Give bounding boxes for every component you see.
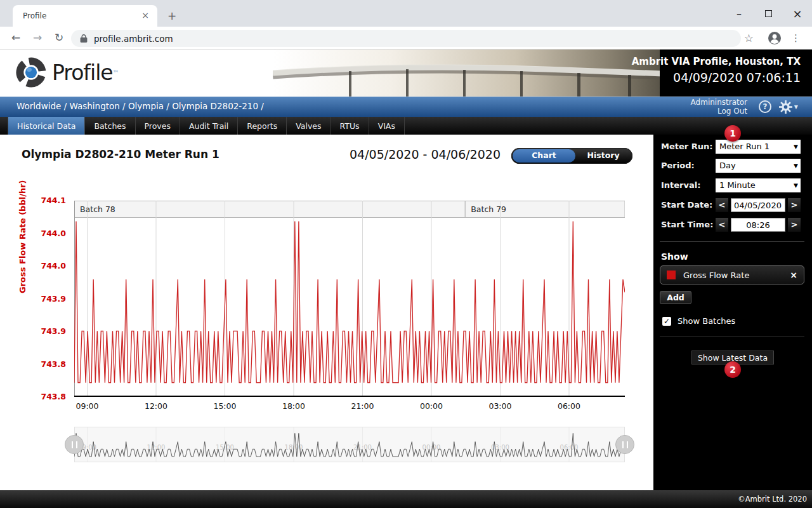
batch-label: Batch 78 — [80, 204, 115, 214]
period-label: Period: — [661, 161, 695, 170]
y-axis-title: Gross Flow Rate (bbl/hr) — [18, 180, 27, 293]
divider — [660, 241, 804, 242]
show-heading: Show — [661, 251, 688, 262]
meter-run-label: Meter Run: — [661, 142, 712, 151]
reload-button[interactable]: ↻ — [51, 30, 67, 46]
tab-rtus[interactable]: RTUs — [331, 117, 369, 135]
browser-tab-title: Profile — [23, 11, 140, 20]
start-time-input[interactable] — [731, 218, 785, 232]
gear-icon — [779, 100, 792, 114]
x-tick-label: 00:00 — [416, 401, 447, 411]
start-date-next-button[interactable]: > — [788, 198, 801, 212]
x-tick-label: 06:00 — [553, 401, 585, 411]
series-color-swatch — [667, 271, 676, 279]
logo-trademark: ™ — [113, 69, 119, 76]
minimize-button[interactable]: – — [724, 0, 754, 27]
y-tick-label: 743.8 — [37, 359, 66, 369]
tab-valves[interactable]: Valves — [287, 117, 331, 135]
logout-link[interactable]: Log Out — [691, 107, 747, 116]
tab-audit-trail[interactable]: Audit Trail — [180, 117, 238, 135]
page-title: Olympia D2802-210 Meter Run 1 — [22, 148, 219, 161]
browser-tab[interactable]: Profile × — [13, 5, 157, 27]
tab-vias[interactable]: VIAs — [369, 117, 405, 135]
gear-caret-icon: ▼ — [794, 104, 798, 110]
chevron-down-icon: ▼ — [794, 140, 798, 154]
tab-proves[interactable]: Proves — [136, 117, 180, 135]
tab-batches[interactable]: Batches — [85, 117, 135, 135]
footer-bar: ©Ambrit Ltd. 2020 — [0, 490, 812, 508]
tab-historical-data[interactable]: Historical Data — [8, 117, 85, 135]
remove-series-icon[interactable]: × — [790, 270, 797, 280]
section-tabs: Historical DataBatchesProvesAudit TrailR… — [0, 117, 812, 135]
add-series-button[interactable]: Add — [660, 291, 691, 304]
checkbox-checked-icon[interactable]: ✓ — [662, 317, 671, 326]
breadcrumb-bar: Worldwide / Washington / Olympia / Olymp… — [0, 97, 812, 117]
y-tick-label: 744.0 — [37, 261, 66, 271]
start-date-prev-button[interactable]: < — [716, 198, 728, 212]
y-tick-label: 744.0 — [37, 229, 66, 238]
browser-menu-icon[interactable]: ⋮ — [791, 30, 801, 46]
meter-run-select[interactable]: Meter Run 1 ▼ — [716, 140, 801, 154]
chart-history-toggle: Chart History — [511, 148, 632, 164]
period-select[interactable]: Day ▼ — [716, 159, 801, 173]
chevron-down-icon: ▼ — [794, 178, 798, 192]
bookmark-star-icon[interactable]: ☆ — [744, 30, 754, 46]
batch-label: Batch 79 — [471, 204, 506, 214]
navigator-left-handle[interactable] — [65, 435, 84, 454]
x-tick-label: 15:00 — [209, 401, 240, 411]
start-time-next-button[interactable]: > — [788, 218, 801, 232]
start-date-label: Start Date: — [661, 200, 712, 210]
forward-button[interactable]: → — [29, 30, 46, 46]
help-icon[interactable]: ? — [759, 100, 771, 113]
breadcrumb[interactable]: Worldwide / Washington / Olympia / Olymp… — [16, 101, 264, 111]
show-batches-checkbox-row[interactable]: ✓ Show Batches — [662, 316, 735, 326]
browser-window: Profile × + – × ← → ↻ profile.ambrit.com… — [0, 0, 812, 508]
profile-avatar-icon[interactable] — [768, 30, 782, 46]
chart-plot-area: Batch 78Batch 79 — [74, 201, 625, 397]
y-tick-label: 744.1 — [37, 196, 66, 205]
maximize-button[interactable] — [754, 0, 783, 27]
x-tick-label: 21:00 — [346, 401, 378, 411]
legend-label: Gross Flow Rate — [683, 271, 790, 280]
start-time-label: Start Time: — [661, 220, 713, 229]
back-button[interactable]: ← — [8, 30, 24, 46]
new-tab-button[interactable]: + — [165, 10, 179, 23]
toggle-chart[interactable]: Chart — [513, 148, 575, 164]
toggle-history[interactable]: History — [575, 148, 631, 164]
chart-navigator: 09:0012:0015:0018:0021:0000:0003:0006:00 — [74, 427, 625, 462]
app-header: Profile™ Ambrit VIA Profile, Houston, TX… — [0, 50, 812, 97]
navigator-right-handle[interactable] — [615, 435, 634, 454]
interval-select[interactable]: 1 Minute ▼ — [716, 178, 801, 192]
username-text: Admininstrator — [691, 98, 747, 107]
current-datetime: 04/09/2020 07:06:11 — [632, 70, 801, 84]
navigator-tick-label: 21:00 — [353, 444, 372, 451]
series-line-gross-flow-rate — [74, 222, 625, 383]
x-tick-label: 18:00 — [278, 401, 310, 411]
copyright-text: ©Ambrit Ltd. 2020 — [738, 495, 807, 504]
y-tick-label: 743.8 — [37, 392, 66, 401]
x-tick-label: 03:00 — [484, 401, 516, 411]
x-tick-label: 12:00 — [140, 401, 172, 411]
start-date-input[interactable] — [731, 198, 785, 212]
start-time-prev-button[interactable]: < — [716, 218, 728, 232]
annotation-badge-2: 2 — [724, 361, 741, 378]
control-sidebar: Meter Run: Meter Run 1 ▼ Period: Day ▼ I… — [653, 135, 812, 490]
date-range-label: 04/05/2020 - 04/06/2020 — [343, 147, 508, 161]
divider — [660, 337, 804, 337]
close-button[interactable]: × — [783, 0, 812, 27]
settings-menu[interactable]: ▼ — [779, 100, 798, 114]
x-axis-ticks: 09:0012:0015:0018:0021:0000:0003:0006:00 — [74, 401, 625, 411]
legend-item-gross-flow-rate[interactable]: Gross Flow Rate × — [660, 265, 804, 284]
y-tick-label: 743.9 — [37, 326, 66, 336]
handle-grip-icon — [622, 441, 628, 448]
address-bar[interactable]: profile.ambrit.com — [71, 30, 741, 47]
lock-icon — [80, 34, 88, 43]
site-location-title: Ambrit VIA Profile, Houston, TX — [632, 56, 801, 67]
y-axis-ticks: 744.1744.0744.0743.9743.9743.8743.8 — [37, 201, 70, 397]
y-tick-label: 743.9 — [37, 294, 66, 304]
logo-wordmark: Profile — [52, 60, 113, 85]
tab-close-icon[interactable]: × — [140, 10, 151, 22]
tab-reports[interactable]: Reports — [238, 117, 287, 135]
x-tick-label: 09:00 — [72, 401, 103, 411]
profile-logo-icon — [15, 57, 47, 88]
